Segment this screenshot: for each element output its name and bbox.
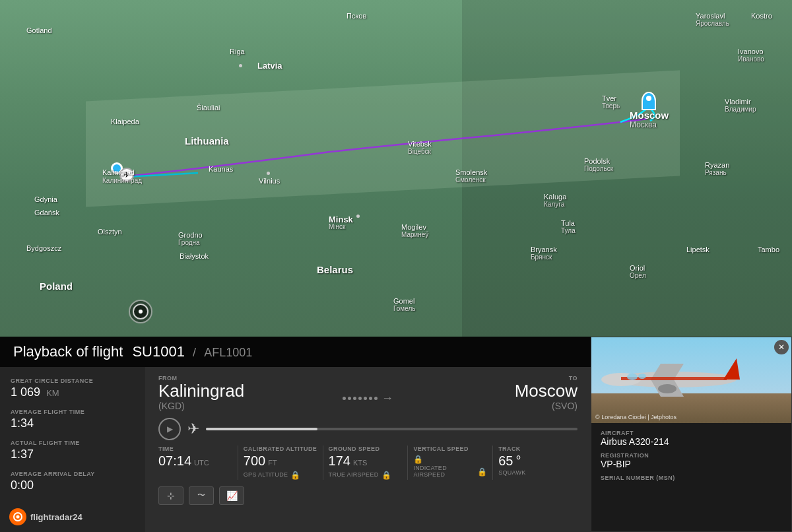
actual-flight-stat: ACTUAL FLIGHT TIME 1:37 — [11, 440, 135, 461]
route-panel: FROM Kaliningrad (KGD) → TO Moscow — [145, 367, 591, 532]
kostro-label: Kostro — [751, 12, 772, 20]
oriol-cyrillic: Орёл — [630, 272, 646, 279]
tver-cyrillic: Тверь — [602, 102, 620, 110]
route-to: TO Moscow (SVO) — [407, 375, 578, 411]
compass — [129, 300, 152, 323]
great-circle-stat: GREAT CIRCLE DISTANCE 1 069 KM — [11, 378, 135, 399]
avg-delay-label: AVERAGE ARRIVAL DELAY — [11, 471, 135, 477]
cal-alt-label: CALIBRATED ALTITUDE — [244, 446, 317, 452]
vladimir-label: Vladimir — [725, 98, 751, 106]
great-circle-value: 1 069 KM — [11, 385, 135, 399]
avg-flight-label: AVERAGE FLIGHT TIME — [11, 409, 135, 415]
kaliningrad-cyrillic: Калининград — [102, 177, 142, 184]
ias-lock-icon: 🔒 — [477, 467, 487, 477]
minsk-cyrillic: Мінск — [329, 223, 345, 230]
bryansk-label: Bryansk — [531, 246, 557, 253]
lipetsk-label: Lipetsk — [686, 246, 710, 253]
fr24-text: flightradar24 — [30, 512, 82, 522]
route-header: FROM Kaliningrad (KGD) → TO Moscow — [158, 375, 578, 411]
gdynia-label: Gdynia — [34, 195, 57, 203]
actual-flight-label: ACTUAL FLIGHT TIME — [11, 440, 135, 446]
klaipeda-label: Klaipėda — [111, 117, 139, 125]
aircraft-type-row: AIRCRAFT Airbus A320-214 — [601, 430, 782, 447]
pskov-label: Псков — [346, 12, 366, 20]
from-code: (KGD) — [158, 401, 329, 411]
ias-row: INDICATED AIRSPEED 🔒 — [413, 465, 487, 478]
gdansk-label: Gdańsk — [34, 209, 59, 216]
close-button[interactable]: ✕ — [774, 340, 789, 354]
alt-flight-number: AFL1001 — [204, 346, 252, 359]
track-value: 65° — [498, 453, 572, 469]
dot-6 — [369, 397, 372, 400]
dot-3 — [353, 397, 356, 400]
yaroslavl-label: Yaroslavl — [696, 12, 725, 20]
actual-flight-value: 1:37 — [11, 448, 135, 461]
play-button[interactable]: ▶ — [158, 418, 181, 440]
avg-delay-stat: AVERAGE ARRIVAL DELAY 0:00 — [11, 471, 135, 492]
aircraft-svg — [598, 352, 750, 405]
mogilev-label: Mogilev — [401, 223, 426, 231]
moscow-label: Moscow — [630, 110, 669, 121]
gomel-label: Gomel — [393, 297, 414, 305]
vs-value: 🔒 — [413, 453, 487, 464]
podolsk-label: Podolsk — [584, 157, 610, 165]
flight-data-row: TIME 07:14 UTC CALIBRATED ALTITUDE 700 F… — [158, 446, 578, 480]
kaluga-cyrillic: Калуга — [544, 201, 564, 208]
progress-bar[interactable] — [206, 428, 578, 430]
kaliningrad-label: Kalinigrad — [102, 168, 135, 176]
stats-panel: GREAT CIRCLE DISTANCE 1 069 KM AVERAGE F… — [0, 367, 145, 532]
vladimir-cyrillic: Владимир — [725, 106, 756, 113]
tver-label: Tver — [602, 94, 616, 102]
ivanovo-label: Ivanovo — [738, 48, 764, 55]
vertical-speed-col: VERTICAL SPEED 🔒 INDICATED AIRSPEED 🔒 — [408, 446, 493, 480]
to-code: (SVO) — [407, 401, 578, 411]
registration-label: REGISTRATION — [601, 452, 782, 459]
lithuania-label: Lithuania — [185, 135, 229, 147]
serial-label: SERIAL NUMBER (MSN) — [601, 475, 782, 481]
registration-row: REGISTRATION VP-BIP — [601, 452, 782, 469]
dot-2 — [348, 397, 351, 400]
minsk-dot — [356, 215, 360, 218]
expand-button[interactable]: ⊹ — [158, 486, 183, 505]
grodno-label: Grodno — [178, 231, 203, 239]
controls-row: ⊹ 〜 📈 — [158, 486, 578, 505]
tas-row: TRUE AIRSPEED 🔒 — [329, 469, 403, 480]
ground-speed-col: GROUND SPEED 174 KTS TRUE AIRSPEED 🔒 — [323, 446, 409, 480]
gs-value: 174 KTS — [329, 453, 403, 469]
smolensk-label: Smolensk — [455, 168, 487, 176]
bydgoszcz-label: Bydgoszcz — [26, 244, 61, 252]
ryazan-label: Ryazan — [705, 161, 729, 169]
belarus-label: Belarus — [317, 264, 353, 275]
playback-label: Playback of flight — [13, 343, 123, 360]
time-label: TIME — [158, 446, 232, 452]
flight-title: Playback of flight SU1001 / AFL1001 — [13, 343, 252, 360]
route-button[interactable]: 〜 — [189, 486, 214, 505]
vilnius-dot — [267, 172, 270, 175]
siauliai-label: Šiauliai — [197, 104, 220, 112]
moscow-cyrillic: Москва — [630, 120, 657, 129]
dots-arrow: → — [343, 391, 393, 405]
riga-label: Riga — [230, 48, 245, 55]
aircraft-info: AIRCRAFT Airbus A320-214 REGISTRATION VP… — [591, 423, 791, 493]
tas-lock-icon: 🔒 — [381, 471, 391, 480]
tula-label: Tula — [561, 219, 575, 227]
tula-cyrillic: Тула — [561, 227, 576, 234]
cal-alt-value: 700 FT — [244, 453, 317, 469]
playback-row: ▶ ✈ — [158, 418, 578, 440]
gps-alt-row: GPS ALTITUDE 🔒 — [244, 469, 317, 480]
bryansk-cyrillic: Брянск — [531, 253, 552, 261]
dot-1 — [343, 397, 346, 400]
ivanovo-cyrillic: Иваново — [738, 55, 764, 63]
mogilev-cyrillic: Маринёў — [401, 231, 428, 238]
to-city: Moscow — [407, 382, 578, 401]
chart-icon: 📈 — [226, 490, 238, 501]
fr24-logo: flightradar24 — [9, 508, 82, 525]
chart-button[interactable]: 📈 — [219, 486, 244, 505]
time-col: TIME 07:14 UTC — [158, 446, 238, 480]
fr24-icon — [9, 508, 26, 525]
aircraft-photo: © Loredana Cioclei | Jetphotos — [591, 337, 791, 423]
ryazan-cyrillic: Рязань — [705, 169, 727, 176]
dot-4 — [358, 397, 362, 400]
arrow-right: → — [381, 391, 393, 405]
kaluga-label: Kaluga — [544, 193, 566, 201]
